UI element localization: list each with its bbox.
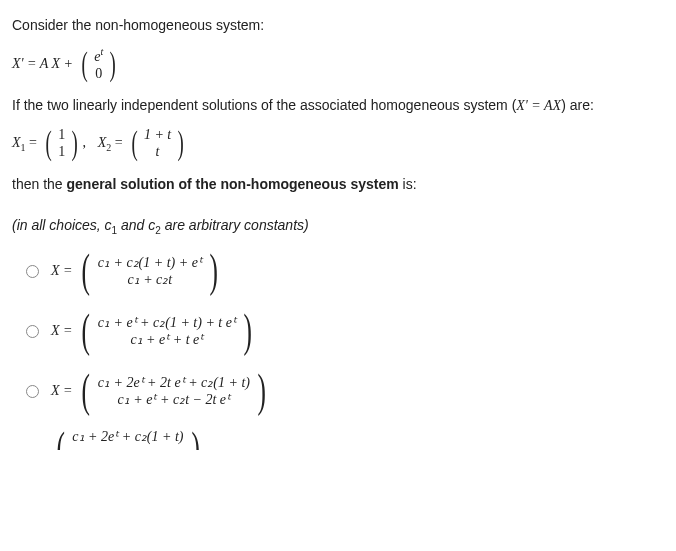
question-pre: then the <box>12 176 67 192</box>
option-c-bottom: c₁ + eᵗ + c₂t − 2t eᵗ <box>118 391 230 409</box>
option-c-top: c₁ + 2eᵗ + 2t eᵗ + c₂(1 + t) <box>98 374 250 392</box>
option-a-top: c₁ + c₂(1 + t) + eᵗ <box>98 254 202 272</box>
radio-icon[interactable] <box>26 385 39 398</box>
option-b[interactable]: X = ( c₁ + eᵗ + c₂(1 + t) + t eᵗ c₁ + eᵗ… <box>26 308 664 354</box>
x-equals: X = <box>51 323 73 338</box>
option-a-vector: ( c₁ + c₂(1 + t) + eᵗ c₁ + c₂t ) <box>78 248 221 294</box>
constants-note: (in all choices, c1 and c2 are arbitrary… <box>12 216 664 238</box>
x-equals: X = <box>51 263 73 278</box>
option-d-vector: ( c₁ + 2eᵗ + c₂(1 + t) ) <box>53 428 203 450</box>
option-c-vector: ( c₁ + 2eᵗ + 2t eᵗ + c₂(1 + t) c₁ + eᵗ +… <box>78 368 269 414</box>
x2-top: 1 + t <box>144 126 171 144</box>
x2-bottom: t <box>156 143 160 161</box>
x2-label: X2 = <box>98 135 123 150</box>
x-equals: X = <box>51 383 73 398</box>
radio-icon[interactable] <box>26 265 39 278</box>
option-b-vector: ( c₁ + eᵗ + c₂(1 + t) + t eᵗ c₁ + eᵗ + t… <box>78 308 255 354</box>
question-line: then the general solution of the non-hom… <box>12 175 664 195</box>
option-b-content: X = ( c₁ + eᵗ + c₂(1 + t) + t eᵗ c₁ + eᵗ… <box>51 308 257 354</box>
homog-post: ) are: <box>561 97 594 113</box>
radio-icon[interactable] <box>26 325 39 338</box>
x1-bottom: 1 <box>58 143 65 161</box>
option-d-content: ( c₁ + 2eᵗ + c₂(1 + t) ) <box>51 428 205 450</box>
x1-label: X1 = <box>12 135 37 150</box>
option-d[interactable]: ( c₁ + 2eᵗ + c₂(1 + t) ) <box>26 428 664 450</box>
homog-pre: If the two linearly independent solution… <box>12 97 516 113</box>
option-b-top: c₁ + eᵗ + c₂(1 + t) + t eᵗ <box>98 314 236 332</box>
option-b-bottom: c₁ + eᵗ + t eᵗ <box>130 331 203 349</box>
x1-vector: ( 1 1 ) <box>43 126 81 161</box>
forcing-top-exp: t <box>100 46 103 57</box>
note-mid: and c <box>117 217 155 233</box>
system-lhs: X' = A X + <box>12 56 73 71</box>
question-post: is: <box>399 176 417 192</box>
x1-top: 1 <box>58 126 65 144</box>
option-c[interactable]: X = ( c₁ + 2eᵗ + 2t eᵗ + c₂(1 + t) c₁ + … <box>26 368 664 414</box>
option-a[interactable]: X = ( c₁ + c₂(1 + t) + eᵗ c₁ + c₂t ) <box>26 248 664 294</box>
option-a-bottom: c₁ + c₂t <box>127 271 172 289</box>
question-bold: general solution of the non-homogeneous … <box>67 176 399 192</box>
intro-text: Consider the non-homogeneous system: <box>12 16 664 36</box>
homogeneous-solutions: X1 = ( 1 1 ) , X2 = ( 1 + t t ) <box>12 126 664 161</box>
system-equation: X' = A X + ( et 0 ) <box>12 46 664 83</box>
homogeneous-intro: If the two linearly independent solution… <box>12 96 664 116</box>
note-pre: (in all choices, c <box>12 217 112 233</box>
homog-eq: X' = AX <box>516 98 561 113</box>
forcing-bottom: 0 <box>95 65 102 83</box>
option-a-content: X = ( c₁ + c₂(1 + t) + eᵗ c₁ + c₂t ) <box>51 248 223 294</box>
note-post: are arbitrary constants) <box>161 217 309 233</box>
option-c-content: X = ( c₁ + 2eᵗ + 2t eᵗ + c₂(1 + t) c₁ + … <box>51 368 271 414</box>
option-d-top: c₁ + 2eᵗ + c₂(1 + t) <box>72 428 183 446</box>
x2-vector: ( 1 + t t ) <box>129 126 187 161</box>
forcing-vector: ( et 0 ) <box>79 46 119 83</box>
